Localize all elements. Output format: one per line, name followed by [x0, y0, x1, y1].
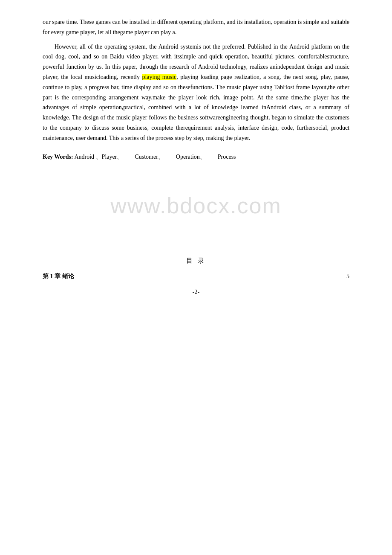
highlighted-text: playing music [142, 74, 176, 80]
page-number: -2- [193, 289, 199, 295]
toc-entry: 第 1 章 绪论 5 [43, 273, 349, 280]
watermark-area: www.bdocx.com [43, 167, 349, 253]
toc-title: 目 录 [43, 257, 349, 265]
paragraph-2: However, all of the operating system, th… [43, 42, 349, 143]
paragraph-1-text: our spare time. These games can be insta… [43, 19, 349, 35]
keywords-items: Android 、Player、 Customer、 Operation、 Pr… [74, 154, 236, 160]
toc-dots [75, 278, 346, 278]
paragraph-1: our spare time. These games can be insta… [43, 17, 349, 38]
toc-entry-page: 5 [346, 273, 349, 280]
document-page: our spare time. These games can be insta… [0, 0, 392, 555]
page-number-footer: -2- [43, 289, 349, 296]
keywords-label: Key Words: [43, 154, 73, 160]
toc-entry-label: 第 1 章 绪论 [43, 273, 74, 280]
watermark-text: www.bdocx.com [43, 193, 349, 218]
toc-section: 目 录 第 1 章 绪论 5 [43, 257, 349, 280]
keywords-section: Key Words: Android 、Player、 Customer、 Op… [43, 151, 349, 163]
paragraph-2-text-after-highlight: , playing loading page realization, a so… [43, 74, 349, 141]
